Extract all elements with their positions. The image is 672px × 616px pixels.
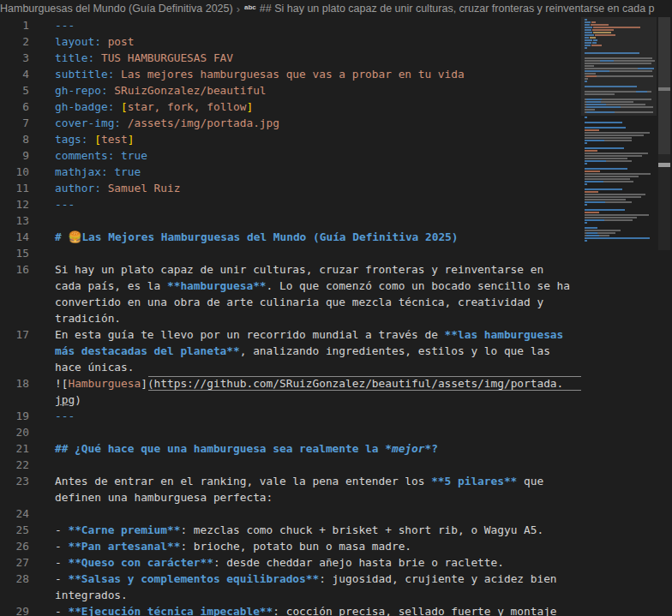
line-number[interactable]: 6: [0, 99, 29, 115]
line-number[interactable]: 13: [0, 212, 29, 229]
line-number[interactable]: 18: [0, 375, 29, 392]
line-number[interactable]: [0, 310, 29, 326]
line-number[interactable]: [0, 294, 29, 310]
line-number[interactable]: 21: [0, 440, 29, 457]
code-row[interactable]: 27- **Queso con carácter**: desde chedda…: [0, 554, 581, 571]
code-row[interactable]: 12---: [0, 196, 581, 212]
minimap[interactable]: [581, 17, 657, 616]
line-number[interactable]: 24: [0, 505, 29, 522]
chevron-right-icon: ›: [233, 3, 243, 15]
minimap-line: [585, 117, 655, 118]
code-row[interactable]: 26- **Pan artesanal**: brioche, potato b…: [0, 538, 581, 554]
line-number[interactable]: 17: [0, 326, 29, 343]
code-text: ---: [55, 408, 581, 424]
code-row[interactable]: tradición.: [0, 310, 581, 326]
code-row[interactable]: hace únicas.: [0, 359, 581, 375]
line-number[interactable]: 9: [0, 147, 29, 164]
line-number[interactable]: 12: [0, 196, 29, 212]
minimap-line: [585, 155, 655, 157]
line-number[interactable]: 26: [0, 538, 29, 554]
line-number[interactable]: [0, 489, 29, 505]
code-row[interactable]: 24: [0, 505, 581, 522]
code-row[interactable]: convertido en una obra de arte culinaria…: [0, 294, 581, 310]
code-row[interactable]: 23Antes de entrar en el ranking, vale la…: [0, 473, 581, 489]
code-text: subtitle: Las mejores hamburguesas que v…: [55, 66, 581, 82]
breadcrumb-item-heading[interactable]: Hamburguesas del Mundo (Guía Definitiva …: [0, 3, 233, 15]
code-row[interactable]: definen una hamburguesa perfecta:: [0, 489, 581, 505]
code-row[interactable]: 2layout: post: [0, 33, 581, 50]
minimap-line: [585, 219, 655, 221]
minimap-line: [585, 142, 655, 144]
code-row[interactable]: 15: [0, 245, 581, 261]
vertical-scrollbar[interactable]: [657, 17, 672, 616]
code-row[interactable]: 7cover-img: /assets/img/portada.jpg: [0, 115, 581, 131]
code-row[interactable]: 19---: [0, 408, 581, 424]
code-row[interactable]: 5gh-repo: SRuizGonzalez/beautiful: [0, 82, 581, 99]
code-row[interactable]: jpg): [0, 392, 581, 408]
minimap-line: [585, 186, 655, 188]
minimap-line: [585, 227, 655, 229]
code-row[interactable]: 8tags: [test]: [0, 131, 581, 147]
code-row[interactable]: 9comments: true: [0, 147, 581, 164]
code-row[interactable]: cada país, es la **hamburguesa**. Lo que…: [0, 278, 581, 294]
minimap-slider[interactable]: [581, 17, 657, 116]
line-number[interactable]: 8: [0, 131, 29, 147]
code-row[interactable]: más destacadas del planeta**, analizando…: [0, 343, 581, 359]
line-number[interactable]: 23: [0, 473, 29, 489]
code-row[interactable]: 25- **Carne premium**: mezclas como chuc…: [0, 522, 581, 538]
line-number[interactable]: 27: [0, 554, 29, 571]
scrollbar-thumb[interactable]: [658, 17, 670, 154]
code-row[interactable]: 20: [0, 424, 581, 440]
line-number[interactable]: 15: [0, 245, 29, 261]
minimap-line: [585, 170, 655, 172]
minimap-line: [585, 240, 655, 242]
code-text: En esta guía te llevo por un recorrido m…: [55, 326, 581, 343]
minimap-line: [585, 145, 655, 147]
line-number[interactable]: 3: [0, 50, 29, 66]
line-number[interactable]: 4: [0, 66, 29, 82]
code-row[interactable]: 11author: Samuel Ruiz: [0, 180, 581, 196]
code-row[interactable]: 16Si hay un plato capaz de unir culturas…: [0, 261, 581, 278]
code-row[interactable]: 6gh-badge: [star, fork, follow]: [0, 99, 581, 115]
code-row[interactable]: 21## ¿Qué hace que una hamburguesa sea r…: [0, 440, 581, 457]
code-row[interactable]: 3title: TUS HAMBURGUESAS FAV: [0, 50, 581, 66]
code-row[interactable]: 1---: [0, 17, 581, 33]
breadcrumb-item-paragraph[interactable]: ## Si hay un plato capaz de unir cultura…: [260, 3, 655, 15]
code-row[interactable]: 14# 🍔Las Mejores Hamburguesas del Mundo …: [0, 229, 581, 245]
line-number[interactable]: [0, 343, 29, 359]
line-number[interactable]: 7: [0, 115, 29, 131]
code-row[interactable]: 18![Hamburguesa](https://github.com/SRui…: [0, 375, 581, 392]
code-text: ---: [55, 196, 581, 212]
line-number[interactable]: 10: [0, 164, 29, 180]
code-row[interactable]: 22: [0, 457, 581, 473]
code-text: # 🍔Las Mejores Hamburguesas del Mundo (G…: [55, 229, 581, 245]
code-row[interactable]: 13: [0, 212, 581, 229]
code-row[interactable]: 10mathjax: true: [0, 164, 581, 180]
line-number[interactable]: 28: [0, 571, 29, 587]
line-number[interactable]: [0, 392, 29, 408]
editor-area[interactable]: 1---2layout: post3title: TUS HAMBURGUESA…: [0, 17, 581, 616]
code-row[interactable]: 28- **Salsas y complementos equilibrados…: [0, 571, 581, 587]
line-number[interactable]: 29: [0, 603, 29, 616]
line-number[interactable]: [0, 359, 29, 375]
code-text: comments: true: [55, 147, 581, 164]
line-number[interactable]: 22: [0, 457, 29, 473]
code-row[interactable]: integrados.: [0, 587, 581, 603]
code-row[interactable]: 4subtitle: Las mejores hamburguesas que …: [0, 66, 581, 82]
code-row[interactable]: 29- **Ejecución técnica impecable**: coc…: [0, 603, 581, 616]
code-text: jpg): [55, 392, 581, 408]
line-number[interactable]: 14: [0, 229, 29, 245]
line-number[interactable]: [0, 587, 29, 603]
line-number[interactable]: 25: [0, 522, 29, 538]
code-text: tags: [test]: [55, 131, 581, 147]
line-number[interactable]: 19: [0, 408, 29, 424]
line-number[interactable]: 5: [0, 82, 29, 99]
line-number[interactable]: 20: [0, 424, 29, 440]
line-number[interactable]: 16: [0, 261, 29, 278]
line-number[interactable]: 2: [0, 33, 29, 50]
line-number[interactable]: [0, 278, 29, 294]
code-row[interactable]: 17En esta guía te llevo por un recorrido…: [0, 326, 581, 343]
line-number[interactable]: 1: [0, 17, 29, 33]
line-number[interactable]: 11: [0, 180, 29, 196]
code-text: - **Queso con carácter**: desde cheddar …: [55, 554, 581, 571]
